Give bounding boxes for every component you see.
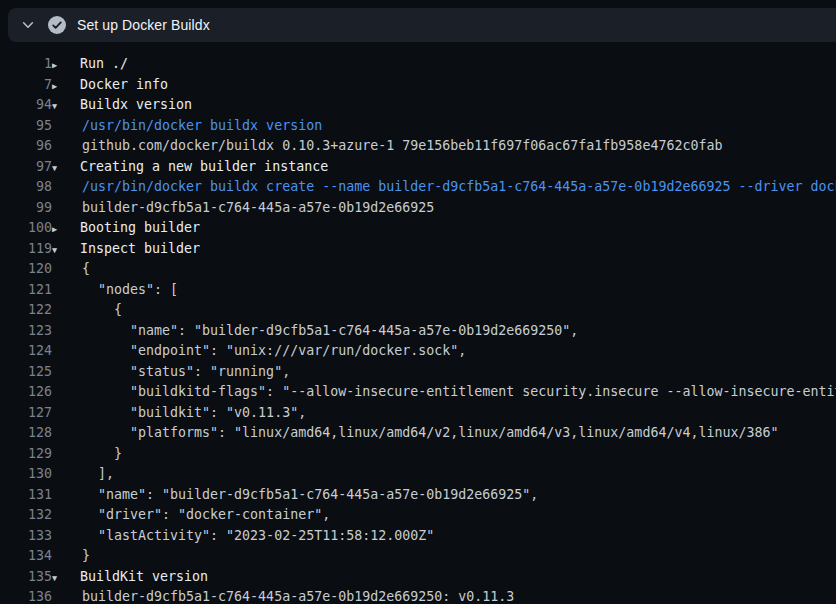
log-line: 98 /usr/bin/docker buildx create --name …: [0, 177, 836, 198]
collapse-group-icon[interactable]: ▼: [52, 158, 64, 179]
line-number[interactable]: 135: [0, 567, 52, 588]
log-line: 134 }: [0, 546, 836, 567]
line-number[interactable]: 121: [0, 280, 52, 301]
expand-group-icon[interactable]: ▶: [52, 76, 64, 97]
log-line: 128 "platforms": "linux/amd64,linux/amd6…: [0, 423, 836, 444]
line-number[interactable]: 128: [0, 423, 52, 444]
line-number[interactable]: 120: [0, 259, 52, 280]
step-title: Set up Docker Buildx: [77, 17, 210, 33]
log-text: builder-d9cfb5a1-c764-445a-a57e-0b19d2e6…: [68, 587, 514, 604]
log-line: 136 builder-d9cfb5a1-c764-445a-a57e-0b19…: [0, 587, 836, 604]
log-text[interactable]: Booting builder: [80, 218, 200, 239]
log-line: 122 {: [0, 300, 836, 321]
line-number[interactable]: 100: [0, 218, 52, 239]
line-number[interactable]: 97: [0, 157, 52, 178]
log-text: github.com/docker/buildx 0.10.3+azure-1 …: [68, 136, 722, 157]
log-line[interactable]: 1 ▶Run ./: [0, 54, 836, 75]
line-number[interactable]: 125: [0, 362, 52, 383]
log-line: 123 "name": "builder-d9cfb5a1-c764-445a-…: [0, 321, 836, 342]
log-text: "endpoint": "unix:///var/run/docker.sock…: [68, 341, 466, 362]
line-number[interactable]: 98: [0, 177, 52, 198]
collapse-group-icon[interactable]: ▼: [52, 96, 64, 117]
collapse-group-icon[interactable]: ▼: [52, 240, 64, 261]
log-text: "platforms": "linux/amd64,linux/amd64/v2…: [68, 423, 778, 444]
chevron-down-icon[interactable]: [21, 18, 35, 32]
line-number[interactable]: 95: [0, 116, 52, 137]
line-number[interactable]: 134: [0, 546, 52, 567]
line-number[interactable]: 136: [0, 587, 52, 604]
log-line: 133 "lastActivity": "2023-02-25T11:58:12…: [0, 526, 836, 547]
line-number[interactable]: 123: [0, 321, 52, 342]
line-number[interactable]: 94: [0, 95, 52, 116]
log-text: ],: [68, 464, 114, 485]
log-line[interactable]: 119 ▼Inspect builder: [0, 239, 836, 260]
log-text[interactable]: Run ./: [80, 54, 128, 75]
log-line[interactable]: 94 ▼Buildx version: [0, 95, 836, 116]
log-text: builder-d9cfb5a1-c764-445a-a57e-0b19d2e6…: [68, 198, 434, 219]
line-number[interactable]: 122: [0, 300, 52, 321]
log-line[interactable]: 97 ▼Creating a new builder instance: [0, 157, 836, 178]
log-line: 126 "buildkitd-flags": "--allow-insecure…: [0, 382, 836, 403]
collapse-group-icon[interactable]: ▼: [52, 568, 64, 589]
log-line: 125 "status": "running",: [0, 362, 836, 383]
line-number[interactable]: 132: [0, 505, 52, 526]
log-text: "name": "builder-d9cfb5a1-c764-445a-a57e…: [68, 485, 538, 506]
log-line: 121 "nodes": [: [0, 280, 836, 301]
expand-group-icon[interactable]: ▶: [52, 55, 64, 76]
log-text[interactable]: Buildx version: [80, 95, 192, 116]
check-circle-icon: [48, 16, 66, 34]
log-text: }: [68, 444, 122, 465]
line-number[interactable]: 127: [0, 403, 52, 424]
log-line: 120 {: [0, 259, 836, 280]
log-line: 95 /usr/bin/docker buildx version: [0, 116, 836, 137]
log-text[interactable]: Creating a new builder instance: [80, 157, 328, 178]
log-text: "driver": "docker-container",: [68, 505, 330, 526]
log-line: 99 builder-d9cfb5a1-c764-445a-a57e-0b19d…: [0, 198, 836, 219]
line-number[interactable]: 96: [0, 136, 52, 157]
line-number[interactable]: 131: [0, 485, 52, 506]
line-number[interactable]: 124: [0, 341, 52, 362]
log-line: 127 "buildkit": "v0.11.3",: [0, 403, 836, 424]
line-number[interactable]: 129: [0, 444, 52, 465]
log-line: 130 ],: [0, 464, 836, 485]
log-text: "status": "running",: [68, 362, 290, 383]
line-number[interactable]: 133: [0, 526, 52, 547]
line-number[interactable]: 99: [0, 198, 52, 219]
log-text: "lastActivity": "2023-02-25T11:58:12.000…: [68, 526, 434, 547]
log-text: }: [68, 546, 90, 567]
log-text[interactable]: Docker info: [80, 75, 168, 96]
log-line[interactable]: 7 ▶Docker info: [0, 75, 836, 96]
expand-group-icon[interactable]: ▶: [52, 219, 64, 240]
log-line: 132 "driver": "docker-container",: [0, 505, 836, 526]
log-text: /usr/bin/docker buildx create --name bui…: [68, 177, 836, 198]
line-number[interactable]: 130: [0, 464, 52, 485]
log-line[interactable]: 135 ▼BuildKit version: [0, 567, 836, 588]
log-line: 124 "endpoint": "unix:///var/run/docker.…: [0, 341, 836, 362]
log-line: 129 }: [0, 444, 836, 465]
log-text: {: [68, 259, 90, 280]
log-text: "buildkitd-flags": "--allow-insecure-ent…: [68, 382, 836, 403]
log-line[interactable]: 100 ▶Booting builder: [0, 218, 836, 239]
log-text[interactable]: Inspect builder: [80, 239, 200, 260]
log-area: 1 ▶Run ./ 7 ▶Docker info 94 ▼Buildx vers…: [0, 42, 836, 604]
line-number[interactable]: 7: [0, 75, 52, 96]
log-text: {: [68, 300, 122, 321]
log-text: "nodes": [: [68, 280, 178, 301]
log-line: 96 github.com/docker/buildx 0.10.3+azure…: [0, 136, 836, 157]
log-text: "name": "builder-d9cfb5a1-c764-445a-a57e…: [68, 321, 578, 342]
line-number[interactable]: 126: [0, 382, 52, 403]
log-text: "buildkit": "v0.11.3",: [68, 403, 306, 424]
step-header[interactable]: Set up Docker Buildx: [8, 8, 836, 42]
log-text: /usr/bin/docker buildx version: [68, 116, 322, 137]
line-number[interactable]: 1: [0, 54, 52, 75]
log-line: 131 "name": "builder-d9cfb5a1-c764-445a-…: [0, 485, 836, 506]
line-number[interactable]: 119: [0, 239, 52, 260]
log-text[interactable]: BuildKit version: [80, 567, 208, 588]
